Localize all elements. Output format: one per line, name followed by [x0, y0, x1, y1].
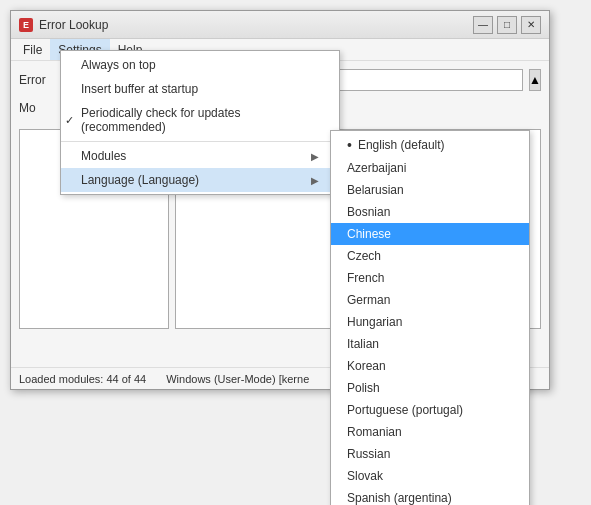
lang-slovak-label: Slovak: [347, 469, 383, 483]
lang-russian[interactable]: Russian: [331, 443, 529, 465]
title-bar: E Error Lookup — □ ✕: [11, 11, 549, 39]
minimize-button[interactable]: —: [473, 16, 493, 34]
lang-chinese[interactable]: Chinese: [331, 223, 529, 245]
always-on-top-label: Always on top: [81, 58, 156, 72]
language-menu: English (default) Azerbaijani Belarusian…: [330, 130, 530, 505]
lang-polish-label: Polish: [347, 381, 380, 395]
lang-english[interactable]: English (default): [331, 133, 529, 157]
modules-submenu-arrow: ▶: [311, 151, 319, 162]
lang-hungarian-label: Hungarian: [347, 315, 402, 329]
menu-separator: [61, 141, 339, 142]
lang-korean[interactable]: Korean: [331, 355, 529, 377]
lang-german-label: German: [347, 293, 390, 307]
close-button[interactable]: ✕: [521, 16, 541, 34]
check-mark-icon: ✓: [65, 114, 74, 127]
lang-bosnian[interactable]: Bosnian: [331, 201, 529, 223]
scrollbar-arrow[interactable]: ▲: [529, 69, 541, 91]
language-submenu-arrow: ▶: [311, 175, 319, 186]
title-bar-left: E Error Lookup: [19, 18, 108, 32]
lang-romanian-label: Romanian: [347, 425, 402, 439]
lang-chinese-label: Chinese: [347, 227, 391, 241]
check-updates-label: Periodically check for updates (recommen…: [81, 106, 319, 134]
settings-menu: Always on top Insert buffer at startup ✓…: [60, 50, 340, 195]
modules-item[interactable]: Modules ▶: [61, 144, 339, 168]
lang-azerbaijani[interactable]: Azerbaijani: [331, 157, 529, 179]
lang-spanish-arg[interactable]: Spanish (argentina): [331, 487, 529, 505]
lang-italian-label: Italian: [347, 337, 379, 351]
menu-file[interactable]: File: [15, 39, 50, 60]
lang-polish[interactable]: Polish: [331, 377, 529, 399]
language-item[interactable]: Language (Language) ▶: [61, 168, 339, 192]
windows-info-status: Windows (User-Mode) [kerne: [166, 373, 309, 385]
lang-belarusian[interactable]: Belarusian: [331, 179, 529, 201]
language-label: Language (Language): [81, 173, 199, 187]
lang-spanish-arg-label: Spanish (argentina): [347, 491, 452, 505]
insert-buffer-item[interactable]: Insert buffer at startup: [61, 77, 339, 101]
lang-italian[interactable]: Italian: [331, 333, 529, 355]
always-on-top-item[interactable]: Always on top: [61, 53, 339, 77]
lang-azerbaijani-label: Azerbaijani: [347, 161, 406, 175]
lang-portuguese-label: Portuguese (portugal): [347, 403, 463, 417]
lang-czech-label: Czech: [347, 249, 381, 263]
title-buttons: — □ ✕: [473, 16, 541, 34]
lang-russian-label: Russian: [347, 447, 390, 461]
lang-slovak[interactable]: Slovak: [331, 465, 529, 487]
lang-korean-label: Korean: [347, 359, 386, 373]
lang-french-label: French: [347, 271, 384, 285]
check-updates-item[interactable]: ✓ Periodically check for updates (recomm…: [61, 101, 339, 139]
lang-bosnian-label: Bosnian: [347, 205, 390, 219]
lang-german[interactable]: German: [331, 289, 529, 311]
lang-hungarian[interactable]: Hungarian: [331, 311, 529, 333]
maximize-button[interactable]: □: [497, 16, 517, 34]
lang-portuguese[interactable]: Portuguese (portugal): [331, 399, 529, 421]
lang-english-label: English (default): [358, 138, 445, 152]
lang-french[interactable]: French: [331, 267, 529, 289]
lang-belarusian-label: Belarusian: [347, 183, 404, 197]
insert-buffer-label: Insert buffer at startup: [81, 82, 198, 96]
app-icon: E: [19, 18, 33, 32]
lang-romanian[interactable]: Romanian: [331, 421, 529, 443]
loaded-modules-status: Loaded modules: 44 of 44: [19, 373, 146, 385]
modules-label: Modules: [81, 149, 126, 163]
window-title: Error Lookup: [39, 18, 108, 32]
lang-czech[interactable]: Czech: [331, 245, 529, 267]
